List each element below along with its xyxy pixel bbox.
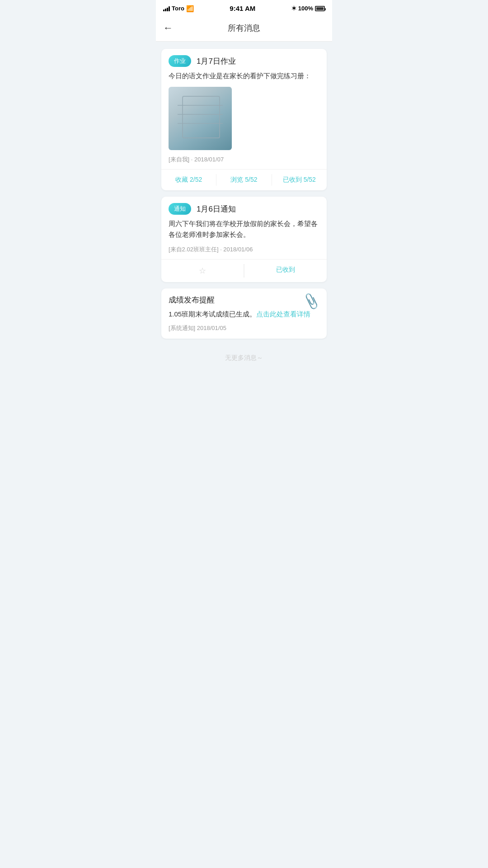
notice-card-desc: 周六下午我们将在学校开放假前的家长会，希望各各位老师准时参加家长会。: [169, 218, 319, 240]
homework-card: 作业 1月7日作业 今日的语文作业是在家长的看护下做完练习册： [来自我] · …: [161, 49, 327, 190]
system-card-desc: 1.05班期末考试成绩已生成。点击此处查看详情: [169, 309, 319, 320]
battery-percent: 100%: [298, 5, 313, 12]
status-bar: Toro 📶 9:41 AM ✶ 100%: [156, 0, 332, 15]
back-button[interactable]: ←: [163, 20, 177, 36]
homework-card-meta: [来自我] · 2018/01/07: [169, 156, 319, 164]
system-card-title: 成绩发布提醒: [169, 295, 319, 305]
bluetooth-icon: ✶: [291, 5, 296, 12]
carrier-name: Toro: [172, 5, 184, 12]
homework-footer-received[interactable]: 已收到 5/52: [272, 174, 327, 186]
homework-footer-view[interactable]: 浏览 5/52: [216, 174, 272, 186]
notice-card-meta: [来自2.02班班主任] · 2018/01/06: [169, 245, 319, 254]
page-title: 所有消息: [228, 23, 260, 33]
notice-footer-star[interactable]: ☆: [161, 264, 244, 278]
battery-icon: [315, 6, 325, 11]
status-right: ✶ 100%: [291, 5, 325, 12]
homework-card-body: 今日的语文作业是在家长的看护下做完练习册： [来自我] · 2018/01/07: [161, 71, 327, 169]
homework-footer-collect[interactable]: 收藏 2/52: [161, 174, 216, 186]
homework-tag: 作业: [169, 55, 191, 67]
notice-footer-received[interactable]: 已收到: [244, 264, 327, 278]
homework-card-image[interactable]: [169, 87, 232, 150]
status-time: 9:41 AM: [230, 5, 255, 12]
notice-card-body: 周六下午我们将在学校开放假前的家长会，希望各各位老师准时参加家长会。 [来自2.…: [161, 218, 327, 259]
notice-tag: 通知: [169, 203, 191, 215]
notice-card-footer: ☆ 已收到: [161, 259, 327, 282]
signal-icon: [163, 6, 170, 11]
status-left: Toro 📶: [163, 5, 194, 12]
homework-card-footer: 收藏 2/52 浏览 5/52 已收到 5/52: [161, 169, 327, 190]
main-content: 作业 1月7日作业 今日的语文作业是在家长的看护下做完练习册： [来自我] · …: [156, 42, 332, 383]
notice-card-title: 1月6日通知: [197, 204, 236, 214]
homework-card-title: 1月7日作业: [197, 56, 236, 66]
notice-card-header: 通知 1月6日通知: [161, 197, 327, 218]
system-card-meta: [系统通知] 2018/01/05: [169, 324, 319, 332]
system-notification-card: 📎 成绩发布提醒 1.05班期末考试成绩已生成。点击此处查看详情 [系统通知] …: [161, 288, 327, 339]
homework-card-header: 作业 1月7日作业: [161, 49, 327, 71]
notice-card: 通知 1月6日通知 周六下午我们将在学校开放假前的家长会，希望各各位老师准时参加…: [161, 197, 327, 282]
system-card-link[interactable]: 点击此处查看详情: [256, 310, 310, 318]
system-card-desc-prefix: 1.05班期末考试成绩已生成。: [169, 310, 256, 318]
homework-card-desc: 今日的语文作业是在家长的看护下做完练习册：: [169, 71, 319, 81]
wifi-icon: 📶: [186, 5, 194, 12]
nav-bar: ← 所有消息: [156, 15, 332, 42]
no-more-label: 无更多消息～: [161, 345, 327, 376]
